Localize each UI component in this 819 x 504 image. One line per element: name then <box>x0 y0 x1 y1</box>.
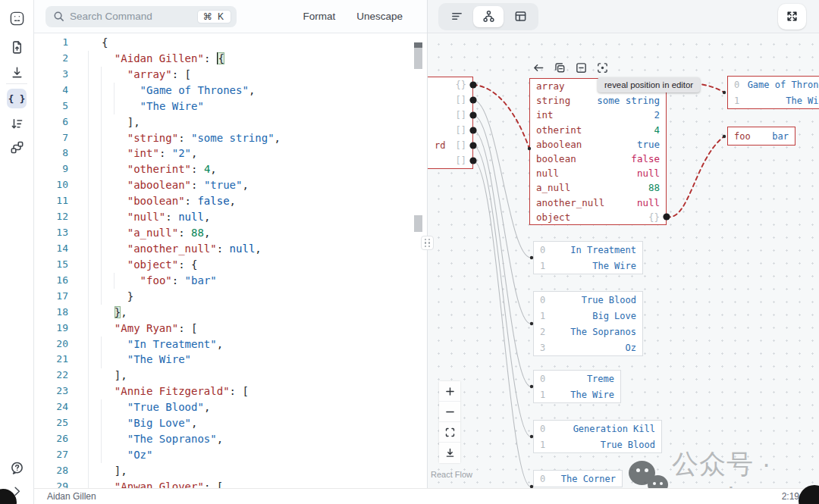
fullscreen-icon <box>786 10 799 23</box>
graph-node-annie[interactable]: 0True Blood1Big Love2The Sopranos3Oz <box>533 291 643 356</box>
editor-line: 5"The Wire" <box>34 99 427 114</box>
node-value: {} <box>648 211 660 223</box>
node-value: bar <box>772 131 789 142</box>
transform-icon[interactable] <box>7 137 27 157</box>
node-index: 0 <box>540 295 545 305</box>
editor-line: 18}, <box>34 305 427 321</box>
node-index: 0 <box>540 424 545 434</box>
node-value: The Sopranos <box>570 327 636 337</box>
search-command-input[interactable]: Search Command ⌘ K <box>46 6 237 27</box>
editor-line: 7"string": "some string", <box>34 130 427 146</box>
editor-line: 21"The Wire" <box>34 352 427 368</box>
editor-line: 4"Game of Thrones", <box>34 83 427 99</box>
editor-line: 29"Anwan Glover": [ <box>34 479 427 488</box>
editor-line: 10"aboolean": "true", <box>34 177 427 193</box>
node-value: True Blood <box>601 440 655 450</box>
help-icon[interactable] <box>7 458 27 477</box>
node-index: 2 <box>540 327 545 337</box>
node-key: foo <box>734 131 751 142</box>
unescape-button[interactable]: Unescape <box>356 11 403 22</box>
node-index: 3 <box>540 343 545 353</box>
node-value: Game of Thrones <box>748 80 819 90</box>
panel-resize-handle[interactable] <box>421 236 434 250</box>
editor-line: 9"otherint": 4, <box>34 161 427 177</box>
node-type-badge: {} <box>456 80 466 90</box>
editor-line: 16"foo": "bar" <box>34 273 427 289</box>
table-icon <box>514 10 527 23</box>
zoom-in-button[interactable] <box>439 381 460 402</box>
graph-view-button[interactable] <box>473 6 504 27</box>
duplicate-icon[interactable] <box>554 61 566 74</box>
node-toolbar <box>532 61 609 74</box>
editor-lines: 1{2"Aidan Gillen": {3"array": [4"Game of… <box>34 35 427 488</box>
editor-line: 12"null": null, <box>34 209 427 225</box>
node-index: 0 <box>540 474 545 484</box>
editor-line: 26"The Sopranos", <box>34 431 427 447</box>
node-value: Oz <box>626 343 636 353</box>
node-value: The Wire <box>786 95 819 106</box>
view-switcher <box>438 3 538 30</box>
back-icon[interactable] <box>532 61 545 74</box>
node-value: 88 <box>648 182 660 193</box>
node-value: some string <box>597 95 660 106</box>
zoom-out-button[interactable] <box>439 402 460 422</box>
graph-topbar <box>428 0 819 33</box>
editor-line: 24"True Blood", <box>34 399 427 415</box>
editor-line: 3"array": [ <box>34 67 427 83</box>
status-time: 2:19 <box>782 491 799 502</box>
sidebar: { } <box>0 0 34 504</box>
node-type-badge: [] <box>456 110 466 121</box>
json-code-editor[interactable]: 1{2"Aidan Gillen": {3"array": [4"Game of… <box>34 33 427 488</box>
table-view-button[interactable] <box>505 6 535 27</box>
file-upload-icon[interactable] <box>7 37 27 57</box>
list-icon <box>450 10 463 23</box>
scrollbar-marker <box>414 215 422 232</box>
download-image-button[interactable] <box>439 443 460 463</box>
node-value: Treme <box>587 374 614 384</box>
node-value: false <box>631 153 660 164</box>
editor-line: 25"Big Love", <box>34 415 427 431</box>
editor-line: 22], <box>34 368 427 383</box>
node-index: 1 <box>734 95 739 106</box>
node-value: null <box>637 167 660 179</box>
fit-view-button[interactable] <box>439 422 460 443</box>
format-button[interactable]: Format <box>303 11 335 22</box>
list-view-button[interactable] <box>441 6 472 27</box>
focus-icon[interactable] <box>596 61 609 74</box>
status-selected-path: Aidan Gillen <box>47 491 96 502</box>
fullscreen-button[interactable] <box>778 4 806 30</box>
node-index: 0 <box>540 245 545 255</box>
node-key: object <box>536 211 570 223</box>
editor-line: 14"another_null": null, <box>34 241 427 257</box>
json-view-icon[interactable]: { } <box>7 89 27 108</box>
node-value: The Wire <box>570 390 614 400</box>
editor-line: 19"Amy Ryan": [ <box>34 321 427 337</box>
graph-node-foo[interactable]: foobar <box>727 127 795 146</box>
download-icon[interactable] <box>7 62 27 82</box>
status-bar: Aidan Gillen 2:19 <box>34 488 819 504</box>
search-icon <box>53 11 64 22</box>
graph-node-corner[interactable]: 0The Corner <box>533 470 623 487</box>
graph-node-genkill[interactable]: 0Generation Kill1True Blood <box>533 420 662 453</box>
app-logo-icon[interactable] <box>7 8 27 28</box>
node-index: 1 <box>540 311 545 321</box>
node-value: Big Love <box>592 311 636 321</box>
graph-node-root[interactable]: {}[][][]rd[][] <box>428 77 473 169</box>
editor-line: 13"a_null": 88, <box>34 225 427 241</box>
node-value: 4 <box>654 124 660 136</box>
graph-node-obj[interactable]: array[]stringsome stringint2otherint4abo… <box>529 78 667 225</box>
editor-line: 23"Annie Fitzgerald": [ <box>34 383 427 399</box>
graph-node-amy[interactable]: 0In Treatment1The Wire <box>533 241 643 274</box>
graph-node-got[interactable]: 0Game of Thrones1The Wire <box>727 76 819 109</box>
node-value: Generation Kill <box>573 424 655 434</box>
graph-canvas[interactable]: {}[][][]rd[][]array[]stringsome stringin… <box>428 33 819 488</box>
sort-icon[interactable] <box>7 114 27 133</box>
node-type-badge: [] <box>456 95 466 105</box>
node-key: rd <box>435 140 445 151</box>
collapse-node-icon[interactable] <box>575 61 588 74</box>
editor-line: 8"int": "2", <box>34 146 427 161</box>
graph-node-treme[interactable]: 0Treme1The Wire <box>533 370 621 403</box>
scrollbar-thumb[interactable] <box>414 48 422 69</box>
editor-line: 28], <box>34 463 427 479</box>
editor-line: 20"In Treatment", <box>34 337 427 352</box>
